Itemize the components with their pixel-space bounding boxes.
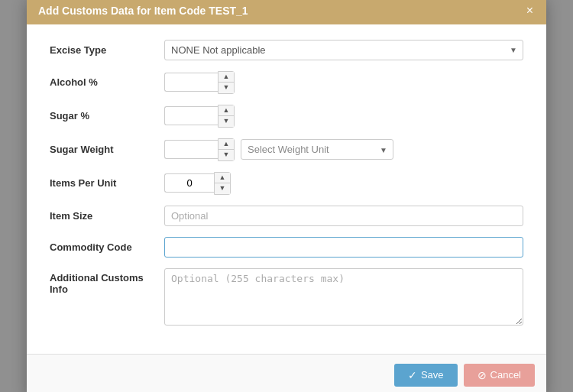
sugar-weight-spinner-buttons: ▲ ▼ bbox=[218, 138, 235, 161]
items-per-unit-decrement-button[interactable]: ▼ bbox=[215, 183, 230, 194]
alcohol-increment-button[interactable]: ▲ bbox=[219, 72, 234, 83]
weight-unit-select-wrapper: Select Weight Unit ▼ bbox=[241, 139, 393, 160]
alcohol-spinner: ▲ ▼ bbox=[164, 71, 523, 94]
sugar-label: Sugar % bbox=[50, 110, 164, 121]
items-per-unit-spinner: ▲ ▼ bbox=[164, 172, 523, 195]
alcohol-input[interactable] bbox=[164, 73, 218, 92]
item-size-row: Item Size bbox=[50, 206, 523, 226]
additional-customs-textarea[interactable] bbox=[164, 268, 523, 326]
items-per-unit-label: Items Per Unit bbox=[50, 177, 164, 189]
items-per-unit-spinner-buttons: ▲ ▼ bbox=[214, 172, 231, 195]
save-button[interactable]: ✓ Save bbox=[394, 364, 458, 387]
sugar-weight-input[interactable] bbox=[164, 140, 218, 159]
sugar-increment-button[interactable]: ▲ bbox=[219, 105, 234, 116]
cancel-icon: ⊘ bbox=[478, 369, 487, 381]
sugar-weight-decrement-button[interactable]: ▼ bbox=[219, 150, 234, 160]
modal-header: Add Customs Data for Item Code TEST_1 × bbox=[27, 0, 546, 24]
modal-overlay: Add Customs Data for Item Code TEST_1 × … bbox=[0, 0, 573, 392]
items-per-unit-increment-button[interactable]: ▲ bbox=[215, 173, 230, 183]
sugar-spinner: ▲ ▼ bbox=[164, 105, 523, 128]
item-size-input[interactable] bbox=[164, 206, 523, 226]
cancel-label: Cancel bbox=[490, 369, 521, 381]
sugar-weight-spinner: ▲ ▼ bbox=[164, 138, 235, 161]
sugar-weight-row: Sugar Weight ▲ ▼ Select Weight Un bbox=[50, 138, 523, 161]
sugar-input[interactable] bbox=[164, 106, 218, 125]
commodity-code-control bbox=[164, 237, 523, 258]
item-size-control bbox=[164, 206, 523, 226]
modal-dialog: Add Customs Data for Item Code TEST_1 × … bbox=[27, 0, 546, 392]
sugar-row: Sugar % ▲ ▼ bbox=[50, 105, 523, 128]
sugar-weight-inputs: ▲ ▼ Select Weight Unit ▼ bbox=[164, 138, 523, 161]
sugar-spinner-buttons: ▲ ▼ bbox=[218, 105, 235, 128]
alcohol-control: ▲ ▼ bbox=[164, 71, 523, 94]
commodity-code-row: Commodity Code bbox=[50, 237, 523, 258]
sugar-weight-label: Sugar Weight bbox=[50, 144, 164, 155]
commodity-code-input[interactable] bbox=[164, 237, 523, 258]
excise-type-select-wrapper: NONE Not applicable ▼ bbox=[164, 40, 523, 60]
excise-type-label: Excise Type bbox=[50, 44, 164, 56]
modal-footer: ✓ Save ⊘ Cancel bbox=[27, 354, 546, 393]
additional-customs-control bbox=[164, 268, 523, 328]
save-label: Save bbox=[421, 369, 444, 381]
sugar-control: ▲ ▼ bbox=[164, 105, 523, 128]
weight-unit-select[interactable]: Select Weight Unit bbox=[241, 139, 393, 160]
item-size-label: Item Size bbox=[50, 210, 164, 222]
sugar-decrement-button[interactable]: ▼ bbox=[219, 116, 234, 127]
alcohol-spinner-buttons: ▲ ▼ bbox=[218, 71, 235, 94]
additional-customs-label: Additional Customs Info bbox=[50, 268, 164, 295]
items-per-unit-row: Items Per Unit ▲ ▼ bbox=[50, 172, 523, 195]
cancel-button[interactable]: ⊘ Cancel bbox=[464, 364, 535, 387]
items-per-unit-input[interactable] bbox=[164, 173, 214, 193]
modal-body: Excise Type NONE Not applicable ▼ Alcoho… bbox=[27, 24, 546, 354]
save-icon: ✓ bbox=[408, 369, 417, 381]
modal-title: Add Customs Data for Item Code TEST_1 bbox=[38, 5, 248, 17]
alcohol-decrement-button[interactable]: ▼ bbox=[219, 83, 234, 93]
commodity-code-label: Commodity Code bbox=[50, 241, 164, 253]
alcohol-row: Alcohol % ▲ ▼ bbox=[50, 71, 523, 94]
sugar-weight-increment-button[interactable]: ▲ bbox=[219, 139, 234, 150]
excise-type-control: NONE Not applicable ▼ bbox=[164, 40, 523, 60]
excise-type-row: Excise Type NONE Not applicable ▼ bbox=[50, 40, 523, 60]
additional-customs-row: Additional Customs Info bbox=[50, 268, 523, 328]
items-per-unit-control: ▲ ▼ bbox=[164, 172, 523, 195]
sugar-weight-control: ▲ ▼ Select Weight Unit ▼ bbox=[164, 138, 523, 161]
alcohol-label: Alcohol % bbox=[50, 76, 164, 88]
close-button[interactable]: × bbox=[525, 5, 535, 17]
excise-type-select[interactable]: NONE Not applicable bbox=[164, 40, 523, 60]
